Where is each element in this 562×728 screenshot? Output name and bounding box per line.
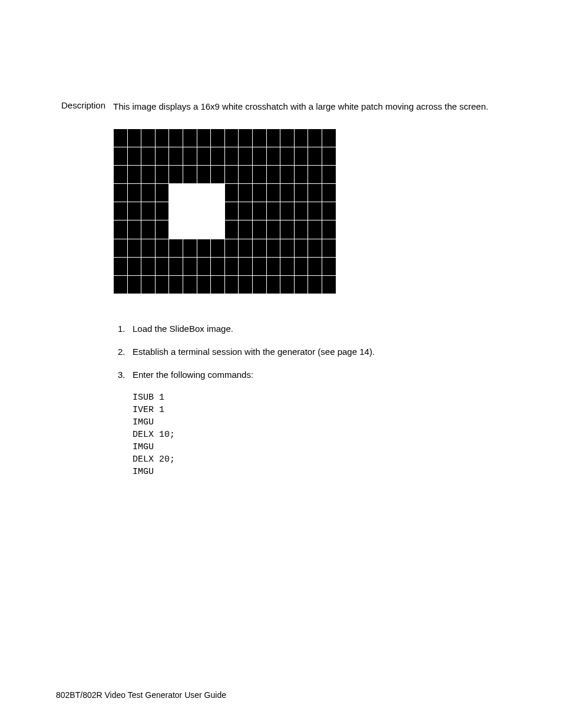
- grid-cell: [114, 129, 128, 147]
- grid-cell: [141, 239, 156, 257]
- grid-cell: [308, 147, 322, 165]
- grid-cell: [322, 147, 336, 165]
- grid-cell: [114, 257, 128, 275]
- grid-cell: [114, 165, 128, 183]
- grid-cell: [252, 257, 266, 275]
- grid-cell: [266, 202, 280, 220]
- grid-cell: [252, 165, 266, 183]
- grid-cell: [211, 202, 225, 220]
- grid-cell: [197, 147, 211, 165]
- grid-cell: [114, 202, 128, 220]
- grid-cell: [141, 276, 156, 294]
- grid-cell: [183, 257, 197, 275]
- grid-cell: [183, 165, 197, 183]
- grid-cell: [155, 202, 169, 220]
- grid-cell: [197, 202, 211, 220]
- grid-cell: [239, 184, 253, 202]
- grid-cell: [169, 257, 183, 275]
- grid-cell: [169, 165, 183, 183]
- grid-cell: [197, 129, 211, 147]
- grid-cell: [252, 129, 266, 147]
- grid-cell: [252, 239, 266, 257]
- grid-cell: [294, 239, 308, 257]
- code-block: ISUB 1 IVER 1 IMGU DELX 10; IMGU DELX 20…: [133, 391, 506, 478]
- grid-cell: [280, 129, 295, 147]
- grid-cell: [155, 147, 169, 165]
- list-text: Enter the following commands:: [133, 368, 253, 381]
- grid-cell: [294, 129, 308, 147]
- grid-cell: [127, 202, 141, 220]
- grid-cell: [183, 129, 197, 147]
- grid-cell: [266, 165, 280, 183]
- grid-cell: [183, 239, 197, 257]
- grid-cell: [294, 184, 308, 202]
- grid-cell: [294, 202, 308, 220]
- list-item: 3.Enter the following commands:: [118, 368, 506, 381]
- grid-cell: [211, 147, 225, 165]
- grid-cell: [211, 165, 225, 183]
- grid-cell: [308, 239, 322, 257]
- grid-cell: [183, 147, 197, 165]
- list-item: 1.Load the SlideBox image.: [118, 322, 506, 335]
- grid-cell: [114, 220, 128, 239]
- grid-cell: [197, 257, 211, 275]
- grid-cell: [114, 184, 128, 202]
- grid-cell: [197, 184, 211, 202]
- grid-cell: [127, 129, 141, 147]
- grid-cell: [252, 147, 266, 165]
- list-number: 3.: [118, 368, 133, 381]
- grid-cell: [183, 276, 197, 294]
- grid-cell: [197, 220, 211, 239]
- grid-cell: [308, 202, 322, 220]
- grid-cell: [266, 239, 280, 257]
- grid-cell: [294, 165, 308, 183]
- grid-cell: [252, 276, 266, 294]
- grid-cell: [308, 184, 322, 202]
- grid-cell: [239, 129, 253, 147]
- grid-cell: [141, 202, 156, 220]
- grid-cell: [155, 276, 169, 294]
- grid-cell: [169, 129, 183, 147]
- grid-cell: [141, 184, 156, 202]
- grid-cell: [169, 202, 183, 220]
- grid-cell: [266, 220, 280, 239]
- grid-cell: [224, 184, 239, 202]
- grid-cell: [294, 276, 308, 294]
- grid-cell: [127, 239, 141, 257]
- grid-cell: [224, 239, 239, 257]
- grid-cell: [239, 147, 253, 165]
- description-text: This image displays a 16x9 white crossha…: [113, 100, 506, 114]
- grid-cell: [169, 239, 183, 257]
- grid-cell: [211, 239, 225, 257]
- grid-cell: [224, 276, 239, 294]
- grid-cell: [141, 220, 156, 239]
- grid-cell: [155, 220, 169, 239]
- grid-cell: [239, 276, 253, 294]
- grid-cell: [155, 257, 169, 275]
- grid-cell: [211, 257, 225, 275]
- grid-cell: [280, 257, 295, 275]
- grid-cell: [141, 147, 156, 165]
- grid-cell: [308, 129, 322, 147]
- grid-cell: [169, 220, 183, 239]
- grid-cell: [141, 257, 156, 275]
- grid-cell: [322, 276, 336, 294]
- grid-cell: [169, 276, 183, 294]
- grid-cell: [127, 184, 141, 202]
- grid-cell: [224, 129, 239, 147]
- description-label: Description: [56, 100, 113, 110]
- grid-cell: [280, 165, 295, 183]
- grid-cell: [127, 276, 141, 294]
- grid-cell: [322, 165, 336, 183]
- list-text: Load the SlideBox image.: [133, 322, 233, 335]
- grid-cell: [224, 257, 239, 275]
- grid-cell: [197, 239, 211, 257]
- grid-cell: [294, 147, 308, 165]
- grid-cell: [294, 220, 308, 239]
- grid-cell: [252, 202, 266, 220]
- grid-cell: [197, 165, 211, 183]
- footer-text: 802BT/802R Video Test Generator User Gui…: [56, 690, 226, 700]
- grid-cell: [127, 165, 141, 183]
- grid-cell: [294, 257, 308, 275]
- grid-cell: [266, 257, 280, 275]
